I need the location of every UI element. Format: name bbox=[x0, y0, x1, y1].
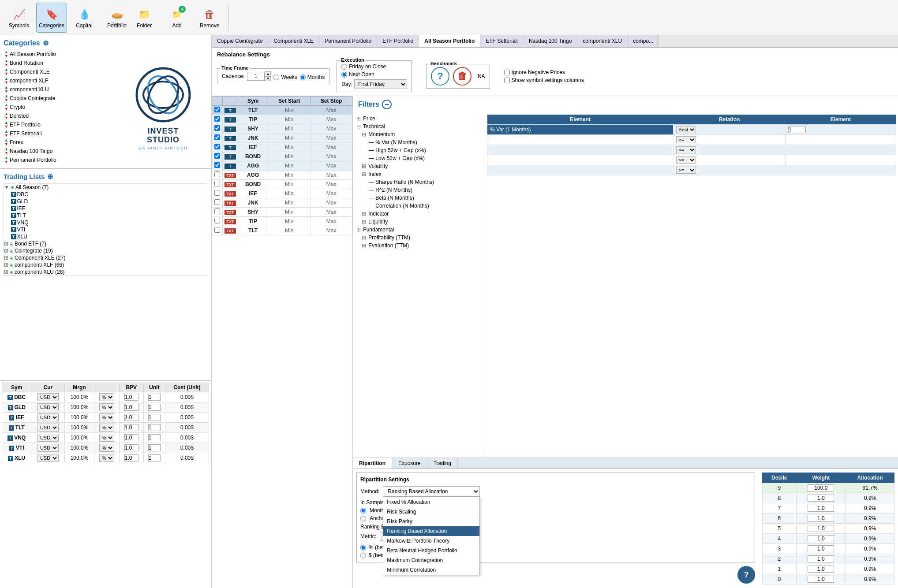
tab-etf-portfolio[interactable]: ETF Portfolio bbox=[377, 35, 419, 47]
alloc-weight-input[interactable] bbox=[808, 495, 834, 502]
st-type-btn[interactable]: TXT bbox=[224, 191, 236, 197]
alloc-weight-input[interactable] bbox=[808, 525, 834, 532]
alloc-weight-input[interactable] bbox=[808, 555, 834, 562]
method-select[interactable]: Fixed % Allocation Risk Scaling Risk Par… bbox=[383, 486, 480, 497]
st-checkbox-cell[interactable] bbox=[212, 208, 223, 217]
bt-unit-input[interactable] bbox=[148, 424, 161, 431]
filter-value-input-1[interactable] bbox=[788, 126, 806, 133]
bt-bpv-input[interactable] bbox=[124, 414, 138, 421]
filter-relation-select-2[interactable]: >=Best<= bbox=[676, 136, 696, 143]
bt-unit-input[interactable] bbox=[148, 394, 161, 401]
symbol-table-scroll[interactable]: Sym Set Start Set Stop T TLT Min Max bbox=[212, 96, 352, 588]
filter-momentum[interactable]: ⊟ Momentum bbox=[355, 130, 483, 138]
cat-item-componenti-xle[interactable]: ▲▼ Componenti XLE bbox=[4, 67, 119, 76]
st-type-btn[interactable]: T bbox=[224, 164, 236, 169]
filter-relation-select-4[interactable]: >=Best<= bbox=[676, 156, 696, 164]
alloc-weight[interactable] bbox=[796, 544, 846, 554]
capital-button[interactable]: 💧 Capital bbox=[69, 3, 100, 33]
dropdown-fixed[interactable]: Fixed % Allocation bbox=[383, 497, 479, 507]
filter-r2[interactable]: — R^2 (N Months) bbox=[355, 186, 483, 194]
st-checkbox-cell[interactable] bbox=[212, 217, 223, 226]
cat-item-bond-rotation[interactable]: ▲▼ Bond Rotation bbox=[4, 59, 119, 67]
st-checkbox-cell[interactable] bbox=[212, 226, 223, 235]
filter-low-52w[interactable]: — Low 52w + Gap (x%) bbox=[355, 154, 483, 162]
trading-list-tree[interactable]: ▼ ⛯ All Season (7) T DBC T GLD T I bbox=[4, 183, 207, 276]
bt-pct-select[interactable]: %$ bbox=[99, 403, 114, 411]
categories-button[interactable]: 🔖 Categories bbox=[36, 3, 67, 33]
dropdown-risk-parity[interactable]: Risk Parity bbox=[383, 517, 479, 526]
bt-bpv-input[interactable] bbox=[124, 444, 138, 451]
bt-cur-select[interactable]: USD bbox=[37, 413, 59, 421]
st-type-btn[interactable]: T bbox=[224, 108, 236, 113]
alloc-weight[interactable] bbox=[796, 524, 846, 534]
cadence-up-btn[interactable]: ▲ bbox=[265, 71, 271, 76]
benchmark-help-button[interactable]: ? bbox=[431, 67, 449, 86]
symbols-button[interactable]: 📈 Symbols bbox=[4, 3, 34, 33]
weeks-radio[interactable] bbox=[273, 74, 279, 80]
st-checkbox[interactable] bbox=[214, 199, 220, 205]
bt-pct-select[interactable]: %$ bbox=[99, 444, 114, 452]
tree-item-dbc[interactable]: T DBC bbox=[4, 191, 207, 198]
folder-button[interactable]: 📁 Folder bbox=[129, 3, 160, 33]
tree-item-bond-etf[interactable]: ⊞ ⛯ Bond ETF (7) bbox=[4, 240, 207, 247]
bt-bpv-input[interactable] bbox=[124, 394, 138, 401]
filter-index[interactable]: ⊟ Index bbox=[355, 170, 483, 178]
ignore-negative-checkbox[interactable] bbox=[504, 70, 510, 75]
st-checkbox[interactable] bbox=[214, 153, 220, 159]
bt-bpv-input[interactable] bbox=[124, 424, 138, 431]
tree-item-comp-xlu[interactable]: ⊞ ⛯ componenti XLU (28) bbox=[4, 268, 207, 275]
bt-cur-select[interactable]: USD bbox=[37, 444, 59, 452]
st-type-btn[interactable]: TXT bbox=[224, 219, 236, 224]
filter-profitability[interactable]: ⊞ Profitability (TTM) bbox=[355, 234, 483, 242]
st-type-btn[interactable]: TXT bbox=[224, 173, 236, 178]
st-checkbox-cell[interactable] bbox=[212, 106, 223, 115]
tree-item-vti[interactable]: T VTI bbox=[4, 226, 207, 233]
bt-cur-select[interactable]: USD bbox=[37, 403, 59, 411]
st-type-btn[interactable]: TXT bbox=[224, 210, 236, 215]
tab-permanent-portfolio[interactable]: Permanent Portfolio bbox=[319, 35, 377, 47]
alloc-weight-input[interactable] bbox=[808, 545, 834, 552]
alloc-weight[interactable] bbox=[796, 514, 846, 524]
st-type-btn[interactable]: T bbox=[224, 145, 236, 150]
st-type-btn[interactable]: TXT bbox=[224, 182, 236, 187]
benchmark-remove-button[interactable]: 🗑 bbox=[453, 67, 471, 86]
cat-item-componenti-xlf[interactable]: ▲▼ componenti XLF bbox=[4, 76, 119, 85]
filter-indicator[interactable]: ⊞ Indicator bbox=[355, 210, 483, 218]
alloc-weight-input[interactable] bbox=[808, 576, 834, 583]
filter-price[interactable]: ⊞ Price bbox=[355, 115, 483, 123]
filter-evaluation[interactable]: ⊞ Evaluation (TTM) bbox=[355, 242, 483, 249]
st-checkbox[interactable] bbox=[214, 171, 220, 177]
filter-sharpe[interactable]: — Sharpe Ratio (N Months) bbox=[355, 178, 483, 186]
dropdown-ranking[interactable]: Ranking Based Allocation bbox=[383, 526, 479, 536]
st-checkbox[interactable] bbox=[214, 116, 220, 122]
add-categories-button[interactable]: 📁 + Add bbox=[161, 3, 192, 33]
st-checkbox[interactable] bbox=[214, 162, 220, 168]
tab-coppie-cointegrate[interactable]: Coppie Cointegrate bbox=[212, 35, 268, 47]
alloc-weight[interactable] bbox=[796, 493, 846, 503]
tab-ripartition[interactable]: Ripartition bbox=[353, 458, 392, 469]
st-type-btn[interactable]: T bbox=[224, 127, 236, 132]
cat-item-etf-portfolio[interactable]: ▲▼ ETF Portfolio bbox=[4, 120, 119, 129]
bt-unit-input[interactable] bbox=[148, 444, 161, 451]
alloc-weight-input[interactable] bbox=[808, 566, 834, 573]
dropdown-max-cointegration[interactable]: Maximum Cointegration bbox=[383, 555, 479, 565]
st-checkbox-cell[interactable] bbox=[212, 180, 223, 189]
cat-item-crypto[interactable]: ▲▼ Crypto bbox=[4, 103, 119, 112]
tree-item-comp-xlf[interactable]: ⊞ ⛯ componenti XLF (66) bbox=[4, 261, 207, 268]
show-symbol-settings-checkbox[interactable] bbox=[504, 78, 510, 83]
bt-bpv-input[interactable] bbox=[124, 404, 138, 411]
bt-bpv-input[interactable] bbox=[124, 454, 138, 461]
tab-all-season-portfolio[interactable]: All Season Portfolio bbox=[419, 35, 480, 47]
dropdown-min-correlation[interactable]: Minimum Correlation bbox=[383, 565, 479, 575]
tab-exposure[interactable]: Exposure bbox=[392, 458, 427, 469]
tree-item-vnq[interactable]: T VNQ bbox=[4, 219, 207, 226]
alloc-weight-input[interactable] bbox=[808, 515, 834, 522]
bt-unit-input[interactable] bbox=[148, 454, 161, 461]
pct-radio[interactable] bbox=[360, 545, 366, 551]
months-radio[interactable] bbox=[300, 74, 306, 80]
filter-var-n-months[interactable]: — % Var (N Months) bbox=[355, 138, 483, 146]
alloc-weight[interactable] bbox=[796, 554, 846, 564]
tab-more[interactable]: compo... bbox=[628, 35, 659, 47]
dropdown-risk-scaling[interactable]: Risk Scaling bbox=[383, 507, 479, 517]
cat-item-coppie[interactable]: ▲▼ Coppie Cointegrate bbox=[4, 94, 119, 103]
